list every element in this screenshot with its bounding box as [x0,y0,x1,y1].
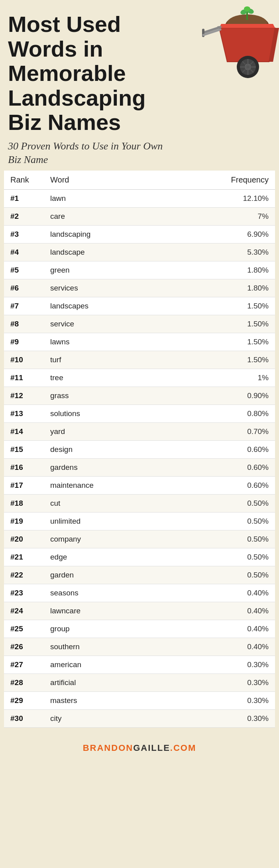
cell-frequency: 0.60% [147,440,275,458]
table-row: #28artificial0.30% [4,674,275,691]
column-frequency: Frequency [147,171,275,190]
table-row: #25group0.40% [4,620,275,638]
cell-rank: #29 [4,691,44,709]
cell-word: artificial [44,674,147,691]
words-table: Rank Word Frequency #1lawn12.10%#2care7%… [4,171,275,728]
cell-rank: #16 [4,458,44,476]
cell-rank: #19 [4,512,44,530]
cell-rank: #25 [4,620,44,638]
table-row: #7landscapes1.50% [4,297,275,315]
table-row: #24lawncare0.40% [4,602,275,620]
cell-rank: #7 [4,297,44,315]
cell-rank: #10 [4,351,44,369]
cell-frequency: 0.70% [147,422,275,440]
cell-word: cut [44,494,147,512]
cell-rank: #20 [4,530,44,548]
cell-frequency: 12.10% [147,189,275,207]
cell-word: gardens [44,458,147,476]
table-row: #15design0.60% [4,440,275,458]
cell-frequency: 0.40% [147,602,275,620]
header-section: Most Used Words in Memorable Landscaping… [0,0,279,171]
cell-frequency: 1% [147,369,275,387]
table-row: #9lawns1.50% [4,333,275,351]
cell-rank: #3 [4,225,44,243]
brand-third: .COM [170,743,196,753]
cell-rank: #26 [4,638,44,656]
cell-frequency: 1.80% [147,261,275,279]
cell-rank: #2 [4,207,44,225]
table-row: #4landscape5.30% [4,243,275,261]
cell-rank: #30 [4,709,44,727]
table-row: #5green1.80% [4,261,275,279]
cell-frequency: 6.90% [147,225,275,243]
wheelbarrow-illustration [195,4,279,80]
cell-frequency: 0.50% [147,512,275,530]
cell-word: solutions [44,405,147,422]
cell-word: tree [44,369,147,387]
table-row: #14yard0.70% [4,422,275,440]
svg-point-5 [244,6,250,11]
table-row: #16gardens0.60% [4,458,275,476]
table-row: #20company0.50% [4,530,275,548]
cell-word: lawn [44,189,147,207]
cell-frequency: 0.50% [147,530,275,548]
cell-frequency: 0.50% [147,494,275,512]
cell-frequency: 1.80% [147,279,275,297]
cell-rank: #14 [4,422,44,440]
table-section: Rank Word Frequency #1lawn12.10%#2care7%… [0,171,279,736]
cell-word: design [44,440,147,458]
cell-word: grass [44,387,147,405]
table-row: #27american0.30% [4,656,275,674]
page-container: Most Used Words in Memorable Landscaping… [0,0,279,760]
cell-frequency: 0.40% [147,638,275,656]
table-row: #3landscaping6.90% [4,225,275,243]
cell-rank: #4 [4,243,44,261]
table-row: #21edge0.50% [4,548,275,566]
cell-word: service [44,315,147,333]
cell-rank: #24 [4,602,44,620]
table-row: #1lawn12.10% [4,189,275,207]
table-header-row: Rank Word Frequency [4,171,275,190]
cell-frequency: 0.50% [147,566,275,584]
footer-brand: BRANDONGAILLE.COM [0,736,279,760]
cell-rank: #28 [4,674,44,691]
cell-word: lawns [44,333,147,351]
table-row: #26southern0.40% [4,638,275,656]
cell-word: southern [44,638,147,656]
cell-rank: #23 [4,584,44,602]
cell-word: garden [44,566,147,584]
cell-word: group [44,620,147,638]
cell-word: company [44,530,147,548]
cell-rank: #15 [4,440,44,458]
cell-frequency: 0.90% [147,387,275,405]
cell-frequency: 0.30% [147,691,275,709]
cell-frequency: 0.50% [147,548,275,566]
cell-frequency: 1.50% [147,315,275,333]
cell-word: yard [44,422,147,440]
cell-frequency: 1.50% [147,333,275,351]
column-rank: Rank [4,171,44,190]
cell-frequency: 0.30% [147,674,275,691]
cell-word: city [44,709,147,727]
cell-word: green [44,261,147,279]
cell-frequency: 0.30% [147,656,275,674]
cell-frequency: 0.60% [147,458,275,476]
table-row: #11tree1% [4,369,275,387]
cell-word: care [44,207,147,225]
cell-word: masters [44,691,147,709]
table-row: #22garden0.50% [4,566,275,584]
table-row: #12grass0.90% [4,387,275,405]
cell-word: lawncare [44,602,147,620]
table-row: #23seasons0.40% [4,584,275,602]
cell-frequency: 0.30% [147,709,275,727]
cell-word: american [44,656,147,674]
main-title: Most Used Words in Memorable Landscaping… [8,12,175,135]
cell-rank: #22 [4,566,44,584]
cell-rank: #11 [4,369,44,387]
table-row: #30city0.30% [4,709,275,727]
cell-frequency: 1.50% [147,297,275,315]
cell-rank: #6 [4,279,44,297]
cell-rank: #9 [4,333,44,351]
table-row: #8service1.50% [4,315,275,333]
table-row: #17maintenance0.60% [4,476,275,494]
